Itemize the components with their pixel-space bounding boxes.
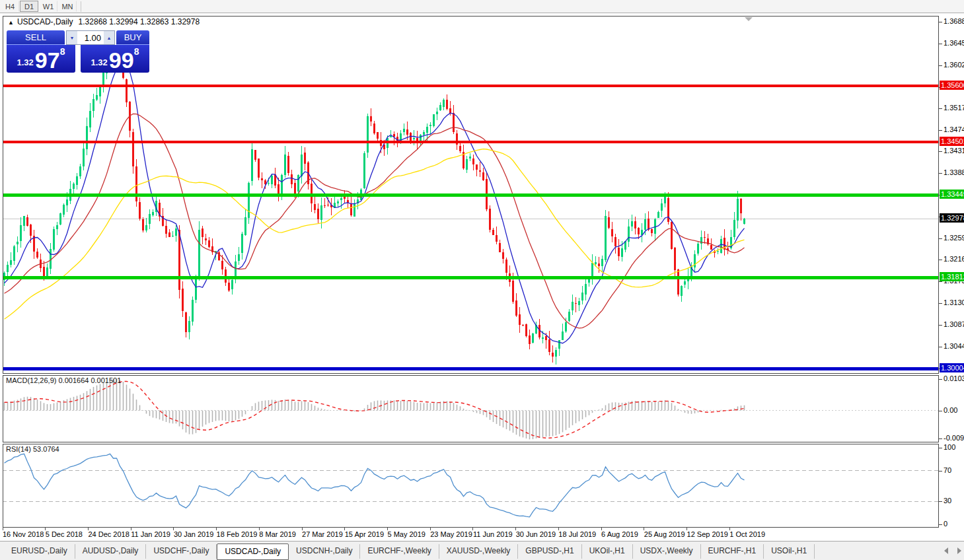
buy-price-pip: 8 (134, 46, 139, 57)
price-tick: 1.36880 (944, 17, 964, 25)
chart-tab-bar: EURUSD-,DailyAUDUSD-,DailyUSDCHF-,DailyU… (0, 541, 964, 560)
macd-value-2: 0.001501 (91, 376, 121, 384)
rsi-axis-tick: 30 (944, 497, 951, 505)
one-click-trade-panel: SELL ▼ 1.00 ▲ BUY 1.32 97 8 1.32 99 8 (7, 30, 149, 73)
buy-price-main: 99 (109, 50, 134, 70)
moving-average-45 (5, 149, 745, 320)
rsi-line (5, 454, 745, 517)
sell-price-box[interactable]: 1.32 97 8 (7, 45, 75, 73)
date-label: 18 Feb 2019 (217, 530, 258, 538)
price-tick: 1.31300 (944, 298, 964, 306)
date-label: 6 Aug 2019 (601, 530, 638, 538)
macd-value-1: 0.001664 (58, 376, 89, 384)
tab-scroll-right-icon[interactable] (957, 547, 961, 554)
date-label: 23 May 2019 (430, 530, 472, 538)
date-label: 5 Dec 2018 (46, 530, 83, 538)
date-label: 12 Sep 2019 (687, 530, 728, 538)
timeframe-w1-button[interactable]: W1 (39, 1, 57, 12)
date-label: 8 Mar 2019 (259, 530, 296, 538)
price-tick: 1.35170 (944, 104, 964, 112)
chart-region: ▲USDCAD-,Daily1.32868 1.32994 1.32863 1.… (0, 14, 964, 540)
terminal-window: H4 D1 W1 MN ▲USDCAD-,Daily1.32868 1.3299… (0, 0, 964, 560)
chart-tab-usdx-weekly[interactable]: USDX-,Weekly (633, 544, 701, 559)
chart-shift-marker-icon (745, 17, 753, 21)
buy-price-box[interactable]: 1.32 99 8 (81, 45, 149, 73)
chart-title: ▲USDCAD-,Daily1.32868 1.32994 1.32863 1.… (8, 17, 200, 26)
chart-tab-gbpusd-h1[interactable]: GBPUSD-,H1 (518, 544, 581, 559)
chart-tab-audusd-daily[interactable]: AUDUSD-,Daily (75, 544, 147, 559)
volume-increase-button[interactable]: ▲ (104, 31, 114, 44)
macd-axis-tick: 0.010311 (944, 374, 964, 382)
price-tag: 1.35606 (940, 81, 964, 90)
volume-control: ▼ 1.00 ▲ (66, 30, 115, 45)
date-label: 30 Jun 2019 (516, 530, 556, 538)
macd-axis-tick: -0.00920 (944, 434, 964, 442)
date-axis[interactable]: 16 Nov 20185 Dec 201824 Dec 201811 Jan 2… (0, 528, 939, 540)
chart-tab-eurchf-h1[interactable]: EURCHF-,H1 (701, 544, 764, 559)
toolbar-separator (81, 1, 81, 12)
date-label: 24 Dec 2018 (88, 530, 129, 538)
date-label: 25 Aug 2019 (644, 530, 685, 538)
price-tick: 1.34310 (944, 147, 964, 155)
moving-average-21 (5, 114, 745, 328)
rsi-axis-tick: 100 (944, 443, 955, 451)
chart-tab-eurusd-daily[interactable]: EURUSD-,Daily (4, 544, 75, 559)
timeframe-d1-button[interactable]: D1 (20, 1, 38, 12)
rsi-value: 53.0764 (33, 445, 59, 453)
tab-scroll-left-icon[interactable] (944, 547, 948, 554)
panel-collapse-arrow-icon[interactable]: ▲ (8, 19, 14, 26)
price-axis[interactable]: 1.368801.364501.360201.355901.351701.347… (939, 14, 964, 540)
rsi-label: RSI(14) 53.0764 (6, 445, 59, 453)
date-label: 27 Mar 2019 (302, 530, 343, 538)
price-tag: 1.30004 (940, 363, 964, 372)
volume-decrease-button[interactable]: ▼ (67, 31, 77, 44)
buy-price-prefix: 1.32 (91, 57, 108, 70)
price-tag: 1.33449 (940, 190, 964, 199)
price-tick: 1.36450 (944, 39, 964, 47)
candles-layer (3, 31, 745, 365)
sell-price-pip: 8 (60, 46, 65, 57)
price-tag: 1.31812 (940, 272, 964, 281)
buy-button[interactable]: BUY (116, 30, 149, 45)
timeframe-mn-button[interactable]: MN (58, 1, 77, 12)
price-tag: 1.32978 (940, 213, 964, 223)
chart-tab-ukoil-h1[interactable]: UKOil-,H1 (582, 544, 633, 559)
tab-scroll-controls (944, 547, 961, 554)
volume-input[interactable]: 1.00 (77, 31, 104, 44)
price-tick: 1.33880 (944, 168, 964, 176)
price-tick: 1.32590 (944, 234, 964, 242)
chart-tab-eurchf-weekly[interactable]: EURCHF-,Weekly (360, 544, 439, 559)
price-tick: 1.36020 (944, 61, 964, 69)
timeframe-toolbar: H4 D1 W1 MN (0, 0, 964, 13)
sell-button[interactable]: SELL (7, 30, 65, 45)
macd-axis-tick: 0.00 (944, 406, 957, 414)
chart-tab-usdcnh-daily[interactable]: USDCNH-,Daily (289, 544, 360, 559)
date-label: 1 Oct 2019 (729, 530, 765, 538)
sell-price-prefix: 1.32 (17, 57, 34, 70)
date-label: 30 Jan 2019 (174, 530, 214, 538)
chart-tab-usdchf-daily[interactable]: USDCHF-,Daily (146, 544, 217, 559)
price-tag: 1.34501 (940, 137, 964, 146)
sell-price-main: 97 (35, 50, 60, 70)
price-tick: 1.30440 (944, 342, 964, 350)
timeframe-h4-button[interactable]: H4 (1, 1, 19, 12)
moving-average-8 (5, 63, 745, 343)
macd-layer (5, 379, 745, 440)
chart-tab-usoil-h1[interactable]: USOil-,H1 (764, 544, 815, 559)
date-label: 18 Jul 2019 (558, 530, 596, 538)
price-chart-canvas[interactable] (0, 14, 964, 540)
symbol-name: USDCAD-,Daily (17, 17, 73, 26)
date-label: 16 Nov 2018 (3, 530, 44, 538)
date-label: 11 Jun 2019 (473, 530, 513, 538)
chart-tab-xauusd-weekly[interactable]: XAUUSD-,Weekly (439, 544, 518, 559)
macd-label: MACD(12,26,9) 0.001664 0.001501 (6, 376, 121, 384)
chart-tab-usdcad-daily[interactable]: USDCAD-,Daily (217, 543, 289, 560)
ohlc-values: 1.32868 1.32994 1.32863 1.32978 (79, 17, 200, 26)
price-tick: 1.32160 (944, 255, 964, 263)
rsi-axis-tick: 0 (944, 520, 947, 528)
price-tick: 1.30870 (944, 320, 964, 328)
price-tick: 1.34740 (944, 125, 964, 133)
date-label: 15 Apr 2019 (345, 530, 384, 538)
date-label: 5 May 2019 (387, 530, 425, 538)
date-label: 11 Jan 2019 (131, 530, 170, 538)
